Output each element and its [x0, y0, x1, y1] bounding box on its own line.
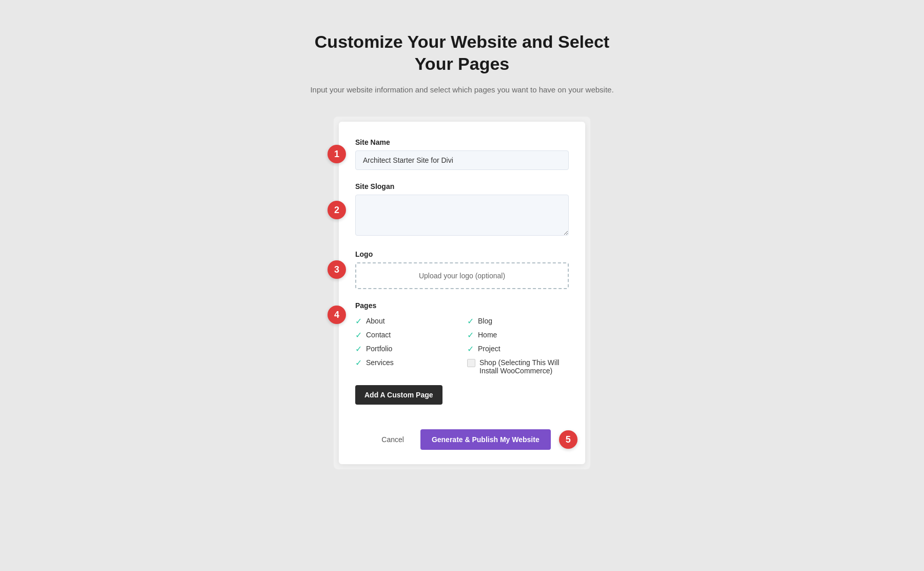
add-custom-page-button[interactable]: Add A Custom Page — [355, 385, 442, 405]
portfolio-label: Portfolio — [366, 345, 392, 353]
blog-check-icon: ✓ — [467, 317, 474, 326]
site-name-field-group: 1 Site Name — [355, 138, 569, 170]
page-item-about[interactable]: ✓ About — [355, 317, 457, 326]
about-label: About — [366, 317, 385, 325]
outer-card: 1 Site Name 2 Site Slogan 3 Logo Upload … — [334, 117, 590, 469]
cancel-button[interactable]: Cancel — [373, 430, 412, 449]
custom-page-button-label: Add A Custom Page — [364, 391, 433, 399]
pages-title: Pages — [355, 301, 569, 310]
contact-label: Contact — [366, 331, 391, 339]
step-3-badge: 3 — [328, 260, 346, 279]
shop-label: Shop (Selecting This Will Install WooCom… — [479, 358, 569, 375]
project-label: Project — [478, 345, 500, 353]
logo-field-group: 3 Logo Upload your logo (optional) — [355, 250, 569, 289]
shop-check-icon — [467, 359, 475, 369]
generate-wrapper: Generate & Publish My Website 5 — [420, 429, 551, 450]
generate-button-label: Generate & Publish My Website — [432, 435, 540, 444]
page-item-contact[interactable]: ✓ Contact — [355, 331, 457, 339]
cancel-button-label: Cancel — [381, 435, 404, 444]
blog-label: Blog — [478, 317, 492, 325]
generate-publish-button[interactable]: Generate & Publish My Website — [420, 429, 551, 450]
page-subtitle: Input your website information and selec… — [308, 84, 616, 96]
about-check-icon: ✓ — [355, 317, 362, 326]
site-slogan-label: Site Slogan — [355, 182, 569, 191]
page-item-shop[interactable]: Shop (Selecting This Will Install WooCom… — [467, 358, 569, 375]
home-label: Home — [478, 331, 497, 339]
step-4-badge: 4 — [328, 306, 346, 324]
page-item-home[interactable]: ✓ Home — [467, 331, 569, 339]
page-item-services[interactable]: ✓ Services — [355, 358, 457, 375]
services-label: Services — [366, 358, 394, 367]
step-5-badge: 5 — [559, 430, 578, 449]
logo-label: Logo — [355, 250, 569, 258]
logo-upload-area[interactable]: Upload your logo (optional) — [355, 262, 569, 289]
site-slogan-field-group: 2 Site Slogan — [355, 182, 569, 238]
home-check-icon: ✓ — [467, 331, 474, 339]
contact-check-icon: ✓ — [355, 331, 362, 339]
custom-page-wrapper: Add A Custom Page — [355, 385, 569, 417]
site-slogan-input[interactable] — [355, 195, 569, 236]
step-1-badge: 1 — [328, 145, 346, 163]
page-header: Customize Your Website and Select Your P… — [308, 31, 616, 96]
pages-section: 4 Pages ✓ About ✓ Blog ✓ Contact — [355, 301, 569, 375]
page-item-blog[interactable]: ✓ Blog — [467, 317, 569, 326]
site-name-input[interactable] — [355, 150, 569, 170]
step-2-badge: 2 — [328, 201, 346, 219]
pages-grid: ✓ About ✓ Blog ✓ Contact ✓ Home — [355, 317, 569, 375]
page-title: Customize Your Website and Select Your P… — [308, 31, 616, 74]
inner-card: 1 Site Name 2 Site Slogan 3 Logo Upload … — [339, 122, 585, 464]
services-check-icon: ✓ — [355, 359, 362, 367]
page-item-project[interactable]: ✓ Project — [467, 345, 569, 353]
site-name-label: Site Name — [355, 138, 569, 146]
page-item-portfolio[interactable]: ✓ Portfolio — [355, 345, 457, 353]
footer-actions: Cancel Generate & Publish My Website 5 — [355, 429, 569, 450]
project-check-icon: ✓ — [467, 345, 474, 353]
logo-upload-text: Upload your logo (optional) — [419, 272, 505, 280]
portfolio-check-icon: ✓ — [355, 345, 362, 353]
